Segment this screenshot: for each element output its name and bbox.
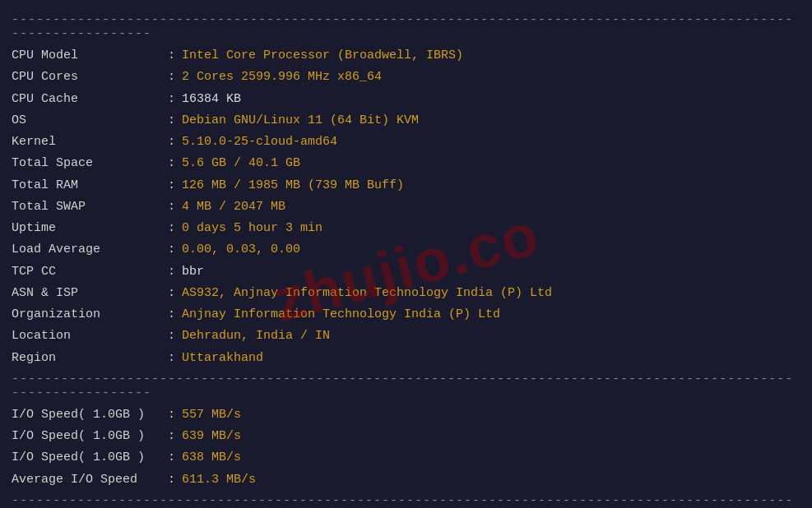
row-label: CPU Cores <box>12 67 168 86</box>
info-row: Region: Uttarakhand <box>12 349 800 367</box>
info-row: CPU Cores: 2 Cores 2599.996 MHz x86_64 <box>12 67 800 86</box>
io-row-value: 638 MB/s <box>182 448 241 467</box>
row-colon: : <box>168 132 175 151</box>
row-value: 5.10.0-25-cloud-amd64 <box>182 132 337 151</box>
row-value: 5.6 GB / 40.1 GB <box>182 154 300 173</box>
io-row-label: I/O Speed( 1.0GB ) <box>12 405 168 424</box>
io-row-value: 557 MB/s <box>182 405 241 424</box>
middle-divider: ----------------------------------------… <box>12 372 800 400</box>
io-row-value: 611.3 MB/s <box>182 470 256 489</box>
row-colon: : <box>168 176 175 195</box>
info-row: Kernel: 5.10.0-25-cloud-amd64 <box>12 132 800 151</box>
row-label: Kernel <box>12 132 168 151</box>
top-divider: ----------------------------------------… <box>12 13 800 41</box>
row-colon: : <box>168 326 175 345</box>
io-row: I/O Speed( 1.0GB ): 557 MB/s <box>12 405 800 424</box>
io-row-value: 639 MB/s <box>182 427 241 446</box>
info-row: Total Space: 5.6 GB / 40.1 GB <box>12 154 800 173</box>
row-colon: : <box>168 111 175 130</box>
io-row-label: I/O Speed( 1.0GB ) <box>12 448 168 467</box>
info-row: Load Average: 0.00, 0.03, 0.00 <box>12 240 800 259</box>
io-row-colon: : <box>168 427 175 446</box>
io-speed-section: I/O Speed( 1.0GB ): 557 MB/sI/O Speed( 1… <box>12 405 800 489</box>
row-label: CPU Cache <box>12 90 168 109</box>
row-colon: : <box>168 349 175 367</box>
io-row: I/O Speed( 1.0GB ): 638 MB/s <box>12 448 800 467</box>
row-value: 126 MB / 1985 MB (739 MB Buff) <box>182 176 404 195</box>
row-colon: : <box>168 305 175 324</box>
row-label: Uptime <box>12 219 168 238</box>
io-row: Average I/O Speed: 611.3 MB/s <box>12 470 800 489</box>
row-value: Uttarakhand <box>182 349 263 367</box>
row-colon: : <box>168 240 175 259</box>
row-value: Debian GNU/Linux 11 (64 Bit) KVM <box>182 111 419 130</box>
bottom-divider: ----------------------------------------… <box>12 494 800 508</box>
io-row-colon: : <box>168 470 175 489</box>
io-row: I/O Speed( 1.0GB ): 639 MB/s <box>12 427 800 446</box>
row-value: 0.00, 0.03, 0.00 <box>182 240 300 259</box>
row-colon: : <box>168 284 175 302</box>
info-row: Total RAM: 126 MB / 1985 MB (739 MB Buff… <box>12 176 800 195</box>
row-label: Total RAM <box>12 176 168 195</box>
info-row: Uptime: 0 days 5 hour 3 min <box>12 219 800 238</box>
row-label: Region <box>12 349 168 367</box>
row-label: Load Average <box>12 240 168 259</box>
terminal-container: zhujio.co ------------------------------… <box>12 13 800 508</box>
row-label: Total Space <box>12 154 168 173</box>
row-value: 2 Cores 2599.996 MHz x86_64 <box>182 67 382 86</box>
row-value: 16384 KB <box>182 90 241 109</box>
row-label: OS <box>12 111 168 130</box>
io-row-colon: : <box>168 448 175 467</box>
info-row: TCP CC: bbr <box>12 262 800 281</box>
row-colon: : <box>168 46 175 65</box>
row-value: 0 days 5 hour 3 min <box>182 219 322 238</box>
row-label: CPU Model <box>12 46 168 65</box>
row-label: ASN & ISP <box>12 284 168 302</box>
row-value: Anjnay Information Technology India (P) … <box>182 305 500 324</box>
io-row-label: Average I/O Speed <box>12 470 168 489</box>
row-value: bbr <box>182 262 204 281</box>
info-row: OS: Debian GNU/Linux 11 (64 Bit) KVM <box>12 111 800 130</box>
row-label: Location <box>12 326 168 345</box>
row-colon: : <box>168 262 175 281</box>
row-label: Organization <box>12 305 168 324</box>
row-value: Dehradun, India / IN <box>182 326 330 345</box>
io-row-colon: : <box>168 405 175 424</box>
row-colon: : <box>168 67 175 86</box>
info-row: Total SWAP: 4 MB / 2047 MB <box>12 197 800 216</box>
row-value: 4 MB / 2047 MB <box>182 197 285 216</box>
row-value: AS932, Anjnay Information Technology Ind… <box>182 284 552 302</box>
row-label: Total SWAP <box>12 197 168 216</box>
row-colon: : <box>168 197 175 216</box>
row-value: Intel Core Processor (Broadwell, IBRS) <box>182 46 463 65</box>
system-info-section: CPU Model: Intel Core Processor (Broadwe… <box>12 46 800 367</box>
info-row: Location: Dehradun, India / IN <box>12 326 800 345</box>
io-row-label: I/O Speed( 1.0GB ) <box>12 427 168 446</box>
row-colon: : <box>168 219 175 238</box>
row-colon: : <box>168 154 175 173</box>
info-row: Organization: Anjnay Information Technol… <box>12 305 800 324</box>
info-row: ASN & ISP: AS932, Anjnay Information Tec… <box>12 284 800 302</box>
row-label: TCP CC <box>12 262 168 281</box>
row-colon: : <box>168 90 175 109</box>
info-row: CPU Model: Intel Core Processor (Broadwe… <box>12 46 800 65</box>
info-row: CPU Cache: 16384 KB <box>12 90 800 109</box>
